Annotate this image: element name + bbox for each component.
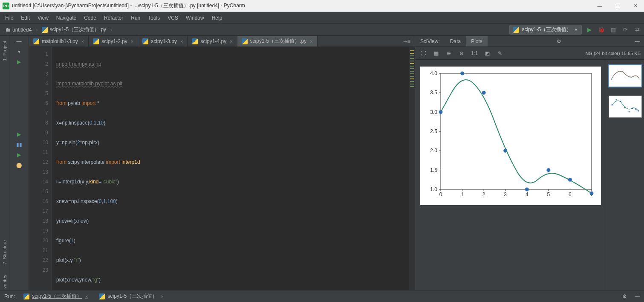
sciview-tab-data[interactable]: Data	[445, 38, 466, 44]
menu-edit[interactable]: Edit	[21, 15, 30, 21]
tab-scipy1-2[interactable]: scipy1-2.py×	[89, 36, 138, 46]
svg-point-31	[439, 110, 442, 114]
svg-text:2.5: 2.5	[430, 128, 437, 134]
chevron-right-icon: ›	[110, 27, 112, 33]
run-tab-label: scipy1-5（三次插值）	[32, 293, 82, 300]
toolwindow-project[interactable]: 1: Project	[2, 41, 7, 61]
expand-down-icon[interactable]: ▾	[14, 48, 24, 55]
close-icon[interactable]: ×	[310, 39, 312, 44]
code-content[interactable]: import numpy as np import matplotlib.pyp…	[52, 47, 409, 290]
maximize-button[interactable]: ☐	[612, 2, 624, 10]
minimize-button[interactable]: —	[594, 2, 606, 10]
svg-text:3.5: 3.5	[430, 90, 437, 96]
svg-point-44	[632, 108, 633, 109]
hide-icon[interactable]: —	[635, 293, 640, 299]
collapse-icon[interactable]: —	[14, 38, 24, 45]
menu-window[interactable]: Window	[186, 15, 204, 21]
menu-run[interactable]: Run	[131, 15, 140, 21]
close-icon[interactable]: ×	[85, 294, 88, 299]
image-info-label: NG (24-bit color) 15.65 KB	[585, 51, 641, 56]
tab-scipy1-4[interactable]: scipy1-4.py×	[188, 36, 237, 46]
actual-size-label[interactable]: 1:1	[470, 50, 479, 56]
breadcrumb: 🖿 untitled4 › scipy1-5（三次插值）.py ›	[3, 25, 112, 34]
grid-icon[interactable]: ▦	[431, 50, 441, 56]
menu-vcs[interactable]: VCS	[167, 15, 178, 21]
run-coverage-button[interactable]: ▥	[609, 26, 618, 34]
menu-tools[interactable]: Tools	[148, 15, 160, 21]
menu-help[interactable]: Help	[212, 15, 222, 21]
breadcrumb-file[interactable]: scipy1-5（三次插值）.py	[39, 25, 109, 34]
svg-point-36	[546, 168, 550, 172]
zoom-out-icon[interactable]: ⊖	[457, 50, 466, 56]
breadcrumb-project[interactable]: 🖿 untitled4	[3, 26, 34, 34]
plot-viewer[interactable]: 1.01.52.02.53.03.54.001234567	[415, 60, 606, 290]
menu-view[interactable]: View	[38, 15, 49, 21]
folder-icon: 🖿	[5, 26, 11, 33]
svg-point-42	[624, 107, 626, 108]
chevron-down-icon: ▼	[574, 28, 578, 32]
svg-point-39	[612, 105, 613, 106]
run-tab-1[interactable]: scipy1-5（三次插值）×	[21, 293, 90, 300]
svg-text:1: 1	[461, 192, 464, 197]
toolwindow-favorites[interactable]: vorites	[2, 275, 7, 288]
python-icon	[93, 38, 99, 44]
close-icon[interactable]: ×	[81, 39, 84, 44]
run-line-icon[interactable]: ▶	[14, 131, 24, 138]
close-icon[interactable]: ×	[180, 39, 183, 44]
profile-button[interactable]: ⟳	[621, 26, 630, 34]
python-icon	[99, 293, 105, 299]
svg-text:1.5: 1.5	[430, 167, 437, 173]
run-line-icon[interactable]: ▶	[14, 58, 24, 66]
search-everywhere-button[interactable]: ⇄	[633, 26, 641, 34]
close-button[interactable]: ✕	[630, 2, 641, 10]
svg-text:2.0: 2.0	[430, 148, 437, 154]
error-stripe[interactable]	[409, 47, 415, 290]
fit-icon[interactable]: ⛶	[419, 50, 428, 56]
svg-point-35	[525, 188, 528, 192]
tab-label: scipy1-2.py	[101, 38, 127, 44]
debug-button[interactable]: 🐞	[597, 26, 606, 34]
breadcrumb-file-label: scipy1-5（三次插值）.py	[49, 26, 106, 33]
sciview-tab-plots[interactable]: Plots	[466, 36, 488, 46]
left-toolwindow-bar: 1: Project 7: Structure vorites	[0, 36, 9, 290]
run-config-selector[interactable]: scipy1-5（三次插值） ▼	[509, 25, 582, 35]
tabs-overflow-icon[interactable]: ⇥≡	[399, 36, 415, 46]
run-line-icon[interactable]: ▶	[14, 151, 24, 159]
bar-chart-icon[interactable]: ▮▮	[14, 141, 24, 148]
python-icon	[23, 293, 29, 299]
menu-file[interactable]: File	[5, 15, 13, 21]
run-tab-2[interactable]: scipy1-5（三次插值）×	[96, 293, 166, 300]
chevron-right-icon: ›	[36, 27, 38, 33]
gear-icon[interactable]: ⚙	[622, 293, 627, 299]
python-console-icon[interactable]: ⬤	[14, 161, 24, 169]
close-icon[interactable]: ×	[230, 39, 232, 44]
edit-icon[interactable]: ✎	[495, 50, 505, 56]
svg-point-43	[629, 111, 630, 113]
navigation-bar: 🖿 untitled4 › scipy1-5（三次插值）.py › scipy1…	[0, 24, 644, 36]
code-editor[interactable]: 1234567891011121314151617181920212223 im…	[29, 47, 415, 290]
svg-text:0: 0	[439, 192, 442, 197]
python-icon	[142, 38, 148, 44]
python-icon	[33, 38, 39, 44]
close-icon[interactable]: ×	[161, 294, 163, 299]
svg-point-38	[589, 192, 593, 195]
gear-icon[interactable]: ⚙	[552, 38, 566, 44]
run-button[interactable]: ▶	[585, 26, 594, 34]
plot-thumbnail-1[interactable]	[609, 65, 642, 87]
menu-code[interactable]: Code	[84, 15, 96, 21]
toolwindow-structure[interactable]: 7: Structure	[2, 240, 7, 264]
color-picker-icon[interactable]: ◩	[482, 50, 492, 56]
sciview-toolbar: ⛶ ▦ ⊕ ⊖ 1:1 ◩ ✎ NG (24-bit color) 15.65 …	[415, 47, 644, 60]
menu-refactor[interactable]: Refactor	[104, 15, 123, 21]
svg-point-41	[620, 101, 621, 102]
close-icon[interactable]: ×	[131, 39, 133, 44]
hide-icon[interactable]: —	[630, 38, 644, 44]
menu-navigate[interactable]: Navigate	[56, 15, 76, 21]
tab-scipy1-5[interactable]: scipy1-5（三次插值）.py×	[237, 36, 318, 46]
tab-label: matplotlib1-3.py	[42, 38, 78, 44]
tab-matplotlib1-3[interactable]: matplotlib1-3.py×	[29, 36, 89, 46]
tab-scipy1-3[interactable]: scipy1-3.py×	[138, 36, 188, 46]
plot-thumbnail-2[interactable]	[609, 96, 642, 118]
zoom-in-icon[interactable]: ⊕	[444, 50, 453, 56]
editor-left-gutter-tools: — ▾ ▶ ▶ ▮▮ ▶ ⬤	[9, 36, 29, 290]
